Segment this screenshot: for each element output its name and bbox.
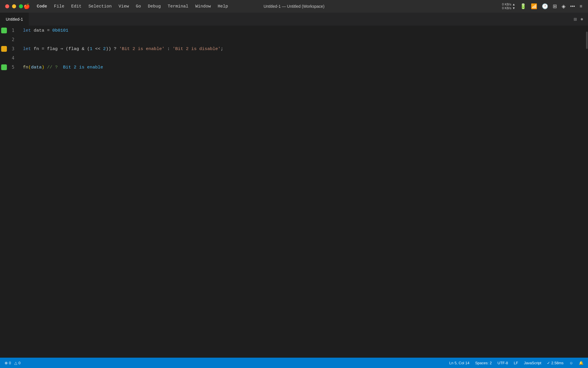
breakpoint-indicator[interactable] bbox=[1, 55, 7, 61]
list-icon: ≡ bbox=[580, 4, 582, 9]
code-line bbox=[23, 35, 586, 44]
error-count[interactable]: ⊗ 0 △ 0 bbox=[5, 361, 20, 365]
upload-speed: 0 KB/s ▲ bbox=[502, 3, 515, 6]
gutter-row: 3 bbox=[0, 44, 17, 53]
performance[interactable]: ✓ 2.58ms bbox=[547, 361, 563, 365]
warning-icon: △ bbox=[14, 361, 17, 365]
line-number: 3 bbox=[8, 46, 17, 51]
indentation[interactable]: Spaces: 2 bbox=[475, 361, 492, 365]
token-kw: let bbox=[23, 26, 31, 35]
token-op: : bbox=[165, 44, 173, 53]
siri-icon: ◈ bbox=[562, 3, 566, 9]
line-gutter: 12345 bbox=[0, 26, 17, 358]
menu-window[interactable]: Window bbox=[192, 0, 214, 13]
tab-bar: Untitled-1 ⊞ ● bbox=[0, 13, 588, 26]
error-icon: ⊗ bbox=[5, 361, 8, 365]
titlebar: 🍎 Code File Edit Selection View Go Debug… bbox=[0, 0, 588, 13]
menu-bar: 🍎 Code File Edit Selection View Go Debug… bbox=[0, 0, 588, 13]
token-inline-result: Bit 2 is enable bbox=[60, 63, 103, 72]
menu-help[interactable]: Help bbox=[214, 0, 231, 13]
breakpoint-indicator[interactable] bbox=[1, 37, 7, 43]
gutter-row: 5 bbox=[0, 63, 17, 72]
line-number: 1 bbox=[8, 28, 17, 33]
breakpoint-indicator[interactable] bbox=[1, 64, 7, 70]
tab-actions: ⊞ ● bbox=[574, 16, 588, 22]
traffic-lights bbox=[0, 4, 23, 8]
token-num: 2 bbox=[103, 44, 106, 53]
tab-label: Untitled-1 bbox=[6, 17, 23, 22]
language-mode[interactable]: JavaScript bbox=[524, 361, 541, 365]
battery-icon: 🔋 bbox=[520, 3, 526, 9]
token-comment: // ? bbox=[44, 63, 60, 72]
more-button[interactable]: ● bbox=[580, 16, 583, 22]
menu-selection[interactable]: Selection bbox=[85, 0, 115, 13]
cursor-position[interactable]: Ln 5, Col 14 bbox=[449, 361, 469, 365]
encoding[interactable]: UTF-8 bbox=[498, 361, 508, 365]
token-str: 'Bit 2 is disable' bbox=[173, 44, 220, 53]
menu-debug[interactable]: Debug bbox=[144, 0, 164, 13]
code-line bbox=[23, 53, 586, 63]
system-status: 0 KB/s ▲ 0 KB/s ▼ 🔋 📶 🕐 ⊞ ◈ ••• ≡ bbox=[502, 3, 582, 10]
scrollbar[interactable] bbox=[586, 26, 588, 358]
scrollbar-thumb[interactable] bbox=[586, 32, 588, 49]
warning-number: 0 bbox=[18, 361, 20, 365]
code-editor[interactable]: let data = 0b0101let fn = flag ⇒ (flag &… bbox=[17, 26, 586, 358]
window-title: Untitled-1 — Untitled (Workspace) bbox=[264, 4, 324, 9]
breakpoint-indicator[interactable] bbox=[1, 28, 7, 33]
gutter-row: 4 bbox=[0, 53, 17, 63]
clock-icon: 🕐 bbox=[542, 3, 548, 9]
notifications-button[interactable]: 🔔 bbox=[579, 361, 583, 365]
code-line: fn(data) // ? Bit 2 is enable bbox=[23, 63, 586, 72]
token-op: data = bbox=[31, 26, 52, 35]
token-punct: ; bbox=[220, 44, 223, 53]
smiley-button[interactable]: ☺ bbox=[569, 361, 573, 365]
token-paren: ( bbox=[28, 63, 31, 72]
menu-view[interactable]: View bbox=[115, 0, 132, 13]
line-number: 4 bbox=[8, 55, 17, 61]
maximize-button[interactable] bbox=[19, 4, 23, 8]
token-op: << bbox=[92, 44, 103, 53]
breakpoint-indicator[interactable] bbox=[1, 46, 7, 52]
status-left: ⊗ 0 △ 0 bbox=[5, 361, 20, 365]
download-speed: 0 KB/s ▼ bbox=[502, 6, 515, 10]
split-editor-button[interactable]: ⊞ bbox=[574, 16, 577, 22]
gutter-row: 1 bbox=[0, 26, 17, 35]
token-paren: ) bbox=[42, 63, 44, 72]
minimize-button[interactable] bbox=[12, 4, 16, 8]
close-button[interactable] bbox=[5, 4, 9, 8]
dots-icon: ••• bbox=[570, 4, 575, 9]
network-speed: 0 KB/s ▲ 0 KB/s ▼ bbox=[502, 3, 515, 10]
token-num: 1 bbox=[90, 44, 92, 53]
active-tab[interactable]: Untitled-1 bbox=[0, 13, 29, 26]
status-bar: ⊗ 0 △ 0 Ln 5, Col 14 Spaces: 2 UTF-8 LF … bbox=[0, 358, 588, 368]
line-ending[interactable]: LF bbox=[514, 361, 518, 365]
token-str: 'Bit 2 is enable' bbox=[119, 44, 165, 53]
token-num: 0b0101 bbox=[52, 26, 68, 35]
token-var: data bbox=[31, 63, 42, 72]
code-line: let data = 0b0101 bbox=[23, 26, 586, 35]
menu-terminal[interactable]: Terminal bbox=[164, 0, 192, 13]
menu-edit[interactable]: Edit bbox=[68, 0, 85, 13]
editor-area: 12345 let data = 0b0101let fn = flag ⇒ (… bbox=[0, 26, 588, 358]
menu-file[interactable]: File bbox=[51, 0, 68, 13]
code-line: let fn = flag ⇒ (flag & (1 << 2)) ? 'Bit… bbox=[23, 44, 586, 53]
status-right: Ln 5, Col 14 Spaces: 2 UTF-8 LF JavaScri… bbox=[449, 361, 583, 365]
gutter-row: 2 bbox=[0, 35, 17, 44]
token-kw: let bbox=[23, 44, 31, 53]
menu-go[interactable]: Go bbox=[132, 0, 144, 13]
token-op: fn = flag ⇒ (flag & ( bbox=[31, 44, 90, 53]
token-fn-name: fn bbox=[23, 63, 28, 72]
line-number: 5 bbox=[8, 65, 17, 70]
token-op: )) ? bbox=[106, 44, 119, 53]
menu-code[interactable]: Code bbox=[33, 0, 51, 13]
line-number: 2 bbox=[8, 37, 17, 42]
wifi-icon: 📶 bbox=[531, 3, 537, 9]
error-number: 0 bbox=[9, 361, 11, 365]
menu-extra-icon: ⊞ bbox=[553, 3, 557, 9]
